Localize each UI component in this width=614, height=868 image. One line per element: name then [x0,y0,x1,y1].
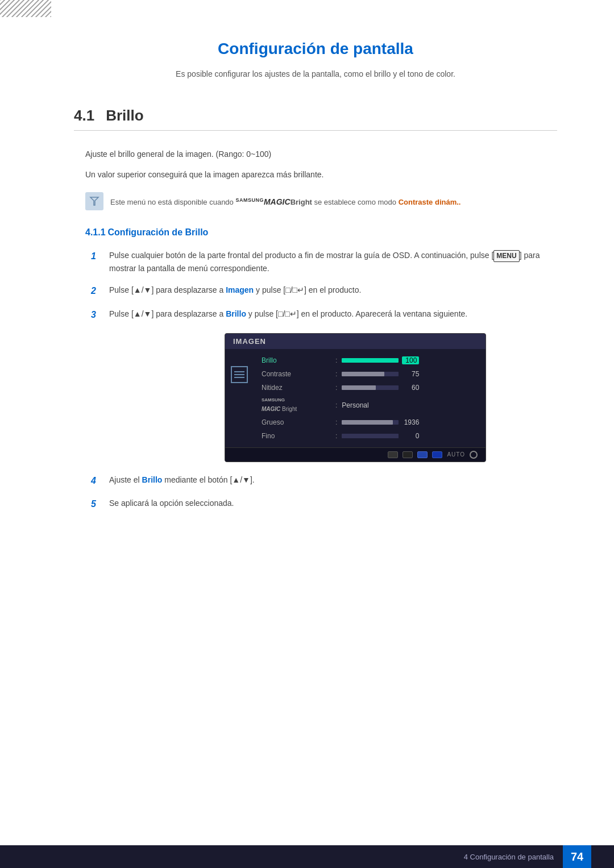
highlight-word: Contraste dinám.. [399,198,461,206]
step-number-1: 1 [91,249,100,264]
samsung-brand: SAMSUNG [235,197,264,202]
osd-value-contraste: 75 [342,370,478,378]
osd-row-grueso: Grueso : 1936 [254,416,486,429]
subsection-number: 4.1.1 [85,227,106,237]
step-2: 2 Pulse [▲/▼] para desplazarse a Imagen … [91,284,557,298]
page-title: Configuración de pantalla [74,40,557,58]
osd-value-brillo: 100 [342,356,478,364]
osd-value-grueso: 1936 [342,418,478,426]
note-text-middle: se establece como modo [312,198,399,206]
page-subtitle: Es posible configurar los ajustes de la … [74,69,557,78]
step-number-2: 2 [91,284,100,298]
osd-num-nitidez: 60 [402,384,419,392]
step-text-2: Pulse [▲/▼] para desplazarse a Imagen y … [109,284,557,296]
step-number-4: 4 [91,474,100,488]
step-text-4: Ajuste el Brillo mediante el botón [▲/▼]… [109,474,557,486]
footer-page-number: 74 [563,845,591,868]
note-icon [85,192,103,210]
note-text-before: Este menú no está disponible cuando [110,198,235,206]
osd-row-nitidez: Nitidez : 60 [254,381,486,394]
osd-auto-label: AUTO [447,451,465,458]
osd-value-fino: 0 [342,432,478,440]
subsection-title: Configuración de Brillo [107,227,208,237]
section-number: 4.1 [74,107,94,124]
osd-header: IMAGEN [225,334,486,349]
osd-btn-3 [417,451,428,458]
section-para-2: Un valor superior conseguirá que la imag… [85,168,557,182]
osd-row-brillo: Brillo : 100 [254,354,486,367]
osd-row-fino: Fino : 0 [254,429,486,443]
bright-word: Bright [291,198,312,206]
osd-btn-4 [432,451,442,458]
osd-footer: AUTO [225,447,486,462]
osd-num-brillo: 100 [402,356,419,364]
osd-btn-2 [403,451,413,458]
osd-num-fino: 0 [402,432,419,440]
subsection-header: 4.1.1 Configuración de Brillo [85,227,557,238]
section-para-1: Ajuste el brillo general de la imagen. (… [85,148,557,161]
osd-menu-image: IMAGEN Brillo : [225,333,486,462]
osd-label-brillo: Brillo [262,356,335,364]
step-4: 4 Ajuste el Brillo mediante el botón [▲/… [91,474,557,488]
magic-brand: MAGIC [264,197,291,206]
steps-list-2: 4 Ajuste el Brillo mediante el botón [▲/… [91,474,557,512]
step-number-5: 5 [91,497,100,512]
osd-value-magic: Personal [342,401,478,409]
osd-label-fino: Fino [262,432,335,440]
brillo-word-3: Brillo [226,309,246,318]
osd-label-nitidez: Nitidez [262,384,335,392]
section-body: Ajuste el brillo general de la imagen. (… [85,148,557,512]
step-3: 3 Pulse [▲/▼] para desplazarse a Brillo … [91,308,557,322]
section-header: 4.1 Brillo [74,107,557,131]
brillo-word-4: Brillo [142,475,163,484]
footer-text: 4 Configuración de pantalla [464,853,554,861]
step-text-5: Se aplicará la opción seleccionada. [109,497,557,509]
osd-sidebar [225,349,254,447]
step-number-3: 3 [91,308,100,322]
osd-sidebar-icon [231,366,248,383]
section-title: Brillo [106,107,143,124]
step-text-3: Pulse [▲/▼] para desplazarse a Brillo y … [109,308,557,320]
steps-list: 1 Pulse cualquier botón de la parte fron… [91,249,557,322]
osd-rows: Brillo : 100 Contraste : [254,349,486,447]
osd-row-magic: SAMSUNG MAGIC Bright : Personal [254,394,486,415]
page-footer: 4 Configuración de pantalla 74 [0,845,614,868]
osd-label-magic: SAMSUNG MAGIC Bright [262,397,335,412]
step-1: 1 Pulse cualquier botón de la parte fron… [91,249,557,275]
osd-btn-1 [388,451,398,458]
imagen-word: Imagen [226,285,254,294]
osd-power-btn [470,451,478,459]
menu-key: MENU [493,250,519,262]
osd-label-grueso: Grueso [262,418,335,426]
step-5: 5 Se aplicará la opción seleccionada. [91,497,557,512]
osd-num-contraste: 75 [402,370,419,378]
note-box: Este menú no está disponible cuando SAMS… [85,192,557,210]
step-text-1: Pulse cualquier botón de la parte fronta… [109,249,557,275]
osd-row-contraste: Contraste : 75 [254,367,486,381]
osd-text-magic: Personal [342,401,368,409]
osd-value-nitidez: 60 [342,384,478,392]
osd-label-contraste: Contraste [262,370,335,378]
osd-body: Brillo : 100 Contraste : [225,349,486,447]
osd-num-grueso: 1936 [402,418,419,426]
note-text: Este menú no está disponible cuando SAMS… [110,192,460,209]
